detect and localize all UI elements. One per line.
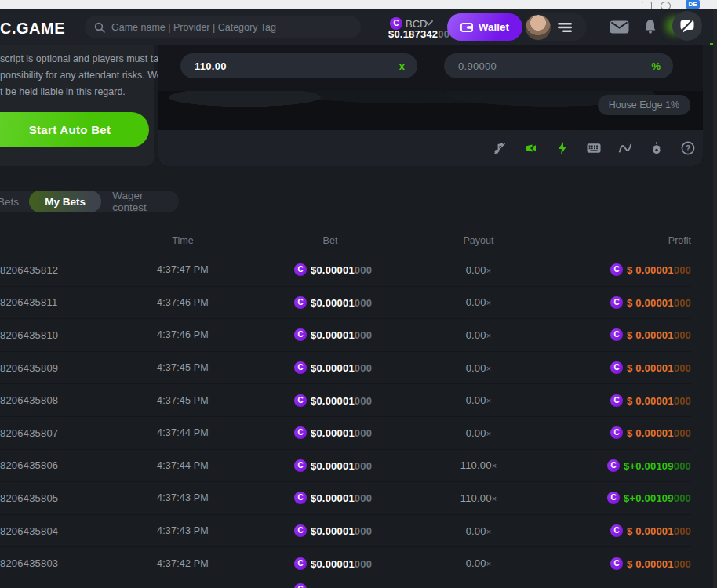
- bcd-coin-icon: C: [294, 394, 307, 407]
- tab-my-bets[interactable]: My Bets: [29, 191, 101, 212]
- payout-value: 110.00: [195, 60, 227, 72]
- tab-wager-contest[interactable]: Wager contest: [112, 190, 179, 213]
- bet-amount-cell: C $0.00001000: [279, 361, 381, 375]
- profit-cell: C $ 0.00001000: [576, 426, 691, 440]
- search-input[interactable]: Game name | Provider | Category Tag: [85, 16, 361, 38]
- bcd-coin-icon: C: [294, 492, 307, 504]
- bcd-coin-icon: C: [610, 361, 623, 374]
- bet-row[interactable]: 8206435803 4:37:42 PM C $0.00001000 0.00…: [0, 546, 691, 579]
- bet-amount-cell: C $0.00001000: [279, 524, 381, 538]
- bet-row[interactable]: 8206435807 4:37:44 PM C $0.00001000 0.00…: [0, 416, 691, 449]
- win-chance-percent-unit: %: [651, 60, 661, 72]
- bet-amount-cell: C $0.00001000: [279, 394, 381, 408]
- chevron-down-icon[interactable]: [424, 20, 433, 26]
- bet-row[interactable]: 8206435809 4:37:45 PM C $0.00001000 0.00…: [0, 351, 691, 384]
- bet-time-cell: 4:37:47 PM: [86, 264, 279, 275]
- bcd-coin-icon: C: [610, 328, 623, 341]
- bet-time-cell: 4:37:42 PM: [86, 558, 279, 569]
- payout-cell: 0.00×: [381, 525, 576, 537]
- site-logo[interactable]: C.GAME: [0, 20, 65, 38]
- multiplier-symbol: ×: [486, 364, 492, 373]
- multiplier-symbol: ×: [486, 298, 492, 307]
- payout-cell: 110.00×: [381, 459, 576, 471]
- game-inputs-row: 110.00 x 0.90000 %: [158, 45, 703, 91]
- bcd-coin-icon: C: [610, 296, 623, 309]
- music-off-icon[interactable]: [493, 141, 507, 155]
- multiplier-symbol: ×: [486, 331, 492, 340]
- bet-row[interactable]: 8206435805 4:37:43 PM C $0.00001000 110.…: [0, 481, 691, 514]
- bet-id-cell: 8206435810: [0, 329, 86, 341]
- win-chance-input[interactable]: 0.90000 %: [444, 53, 673, 78]
- bcd-coin-icon: C: [294, 263, 307, 276]
- bet-amount-cell: C $0.00001000: [279, 263, 381, 277]
- multiplier-symbol: ×: [486, 396, 492, 405]
- bet-amount-cell: C $0.00001000: [279, 426, 381, 440]
- scrollbar[interactable]: [713, 9, 717, 588]
- bet-id-cell: 8206435806: [0, 459, 86, 471]
- bet-id-cell: 8206435811: [0, 296, 86, 308]
- sound-icon[interactable]: [524, 141, 538, 155]
- game-panel: 110.00 x 0.90000 % House Edge 1% ?: [158, 45, 703, 166]
- table-body: 8206435812 4:37:47 PM C $0.00001000 0.00…: [0, 254, 691, 579]
- bet-time-cell: 4:37:46 PM: [86, 297, 279, 308]
- bet-row[interactable]: 8206435804 4:37:43 PM C $0.00001000 0.00…: [0, 514, 691, 547]
- notifications-bell-icon[interactable]: [643, 19, 657, 34]
- bcd-coin-icon: C: [610, 557, 623, 570]
- messages-icon[interactable]: [610, 20, 629, 34]
- translate-extension-badge[interactable]: DE: [686, 0, 700, 9]
- profit-cell: C $ 0.00001000: [576, 328, 691, 342]
- hamburger-menu-icon[interactable]: [557, 22, 573, 33]
- multiplier-symbol: ×: [486, 429, 492, 438]
- bet-row[interactable]: 8206435810 4:37:46 PM C $0.00001000 0.00…: [0, 318, 691, 351]
- profit-cell: C $ 0.00001000: [576, 524, 691, 538]
- payout-cell: 0.00×: [381, 427, 576, 439]
- bet-amount-cell: C $0.00001000: [279, 557, 381, 571]
- bcd-coin-icon: C: [610, 263, 623, 276]
- bet-time-cell: 4:37:43 PM: [86, 492, 279, 503]
- partial-next-row-coin-icon: C: [294, 583, 307, 588]
- payout-cell: 110.00×: [381, 492, 576, 504]
- profit-cell: C $ 0.00001000: [576, 361, 691, 375]
- start-auto-bet-button[interactable]: Start Auto Bet: [0, 112, 149, 147]
- turbo-bolt-icon[interactable]: [555, 141, 570, 155]
- house-edge-badge: House Edge 1%: [598, 95, 690, 115]
- live-stats-icon[interactable]: [618, 141, 632, 155]
- user-menu[interactable]: [524, 13, 587, 41]
- bet-row[interactable]: 8206435806 4:37:44 PM C $0.00001000 110.…: [0, 449, 691, 482]
- bet-id-cell: 8206435807: [0, 427, 86, 439]
- bet-row[interactable]: 8206435808 4:37:45 PM C $0.00001000 0.00…: [0, 383, 691, 416]
- bet-row[interactable]: 8206435811 4:37:46 PM C $0.00001000 0.00…: [0, 286, 691, 319]
- avatar[interactable]: [526, 15, 551, 40]
- autobet-disclaimer: script is optional and players must take…: [0, 51, 169, 100]
- search-placeholder: Game name | Provider | Category Tag: [111, 22, 276, 33]
- profit-cell: C $+0.00109000: [576, 491, 691, 505]
- payout-cell: 0.00×: [381, 362, 576, 374]
- help-icon[interactable]: ?: [681, 141, 695, 155]
- bet-amount-cell: C $0.00001000: [279, 491, 381, 505]
- tab-all-bets[interactable]: Bets: [0, 196, 19, 208]
- bet-id-cell: 8206435803: [0, 557, 86, 569]
- hotkeys-keyboard-icon[interactable]: [587, 141, 601, 155]
- payout-input[interactable]: 110.00 x: [180, 53, 417, 78]
- bet-amount-cell: C $0.00001000: [279, 296, 381, 310]
- bet-id-cell: 8206435805: [0, 492, 86, 504]
- bet-id-cell: 8206435812: [0, 264, 86, 276]
- bet-time-cell: 4:37:44 PM: [86, 460, 279, 471]
- bet-row[interactable]: 8206435812 4:37:47 PM C $0.00001000 0.00…: [0, 254, 691, 286]
- multiplier-symbol: ×: [486, 527, 492, 536]
- wallet-balance[interactable]: $0.18734200: [388, 28, 449, 40]
- bet-amount-cell: C $0.00001000: [279, 459, 381, 473]
- col-header-bet: Bet: [279, 235, 381, 246]
- table-header-row: Time Bet Payout Profit: [0, 227, 691, 254]
- chat-toggle-button[interactable]: [672, 11, 702, 41]
- svg-text:?: ?: [686, 144, 690, 153]
- multiplier-symbol: ×: [492, 461, 497, 470]
- wallet-button[interactable]: Wallet: [447, 13, 522, 41]
- bet-time-cell: 4:37:43 PM: [86, 525, 279, 536]
- bcd-coin-icon: C: [607, 492, 620, 504]
- bcd-coin-icon: C: [294, 557, 307, 570]
- bcd-coin-icon: C: [294, 328, 307, 341]
- bcd-coin-icon: C: [294, 426, 307, 439]
- fairness-seed-icon[interactable]: [650, 141, 664, 155]
- bet-time-cell: 4:37:46 PM: [86, 329, 279, 340]
